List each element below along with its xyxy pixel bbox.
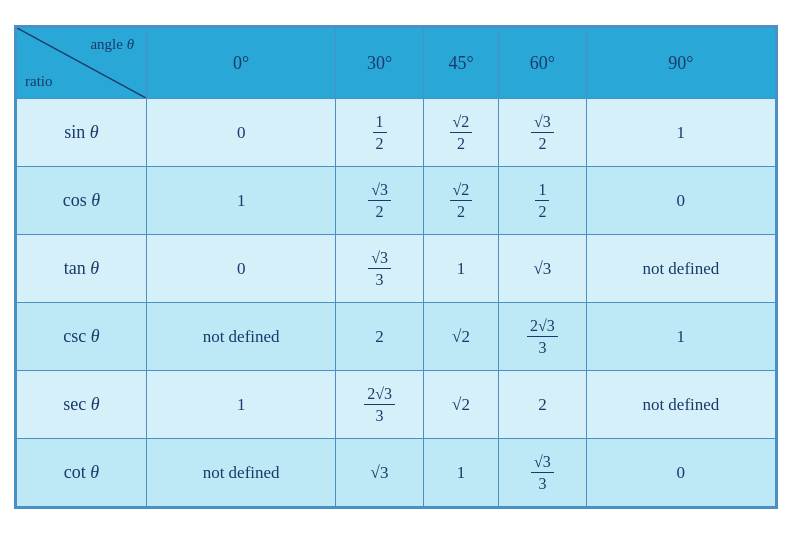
tan-row: tan θ 0 √33 1 √3 not defined <box>17 235 776 303</box>
cos-90: 0 <box>586 167 775 235</box>
cos-45: √22 <box>423 167 498 235</box>
corner-angle-label: angle θ <box>90 36 134 53</box>
csc-0: not defined <box>147 303 336 371</box>
sec-row: sec θ 1 2√33 √2 2 not defined <box>17 371 776 439</box>
csc-30: 2 <box>336 303 424 371</box>
sin-90: 1 <box>586 99 775 167</box>
cot-45: 1 <box>423 439 498 507</box>
cot-90: 0 <box>586 439 775 507</box>
cot-30: √3 <box>336 439 424 507</box>
sin-30: 12 <box>336 99 424 167</box>
trig-table: angle θ ratio 0° 30° 45° 60° 90° sin θ 0… <box>14 25 778 509</box>
sin-0: 0 <box>147 99 336 167</box>
header-45deg: 45° <box>423 28 498 99</box>
cos-0: 1 <box>147 167 336 235</box>
header-90deg: 90° <box>586 28 775 99</box>
header-60deg: 60° <box>499 28 587 99</box>
tan-90: not defined <box>586 235 775 303</box>
csc-row: csc θ not defined 2 √2 2√33 1 <box>17 303 776 371</box>
csc-60: 2√33 <box>499 303 587 371</box>
tan-label: tan θ <box>17 235 147 303</box>
sec-60: 2 <box>499 371 587 439</box>
cot-0: not defined <box>147 439 336 507</box>
tan-30: √33 <box>336 235 424 303</box>
header-row: angle θ ratio 0° 30° 45° 60° 90° <box>17 28 776 99</box>
sec-0: 1 <box>147 371 336 439</box>
tan-45: 1 <box>423 235 498 303</box>
csc-45: √2 <box>423 303 498 371</box>
cos-row: cos θ 1 √32 √22 12 0 <box>17 167 776 235</box>
sec-label: sec θ <box>17 371 147 439</box>
sin-row: sin θ 0 12 √22 √32 1 <box>17 99 776 167</box>
csc-label: csc θ <box>17 303 147 371</box>
cos-30: √32 <box>336 167 424 235</box>
cos-60: 12 <box>499 167 587 235</box>
header-30deg: 30° <box>336 28 424 99</box>
sin-45: √22 <box>423 99 498 167</box>
corner-cell: angle θ ratio <box>17 28 147 99</box>
cos-label: cos θ <box>17 167 147 235</box>
header-0deg: 0° <box>147 28 336 99</box>
csc-90: 1 <box>586 303 775 371</box>
corner-ratio-label: ratio <box>25 73 53 90</box>
sec-90: not defined <box>586 371 775 439</box>
cot-60: √33 <box>499 439 587 507</box>
sec-45: √2 <box>423 371 498 439</box>
cot-row: cot θ not defined √3 1 √33 0 <box>17 439 776 507</box>
tan-60: √3 <box>499 235 587 303</box>
tan-0: 0 <box>147 235 336 303</box>
sin-label: sin θ <box>17 99 147 167</box>
cot-label: cot θ <box>17 439 147 507</box>
sin-60: √32 <box>499 99 587 167</box>
sec-30: 2√33 <box>336 371 424 439</box>
